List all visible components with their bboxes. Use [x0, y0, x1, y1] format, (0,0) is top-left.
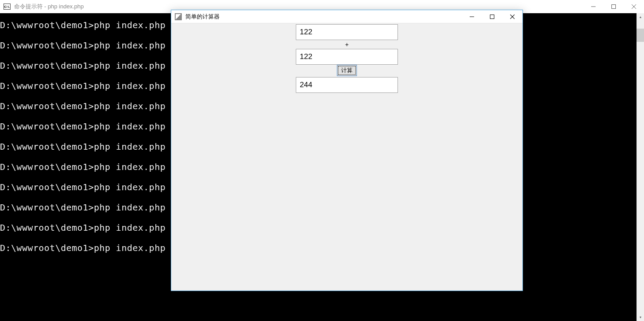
calculator-window: 简单的计算器 + 计算 — [171, 10, 523, 291]
calc-app-icon — [175, 13, 182, 20]
calc-body: + 计算 — [171, 23, 523, 93]
maximize-icon — [611, 4, 616, 9]
svg-rect-1 — [612, 5, 616, 9]
operand-1-input[interactable] — [296, 24, 398, 40]
cmd-window-controls — [583, 0, 644, 13]
cmd-minimize-button[interactable] — [583, 0, 604, 13]
calc-close-button[interactable] — [502, 10, 523, 23]
minimize-icon — [470, 15, 474, 19]
minimize-icon — [591, 4, 596, 9]
scrollbar-thumb[interactable] — [637, 29, 644, 42]
calc-maximize-button[interactable] — [482, 10, 502, 23]
scrollbar-up-button[interactable]: ▴ — [637, 13, 644, 21]
svg-rect-5 — [490, 15, 494, 18]
close-icon — [632, 4, 636, 9]
cmd-app-icon: C:\. — [4, 4, 11, 10]
close-icon — [510, 15, 515, 19]
scrollbar-track[interactable] — [637, 21, 644, 314]
chevron-down-icon: ▾ — [640, 315, 641, 319]
operand-2-input[interactable] — [296, 49, 398, 65]
chevron-up-icon: ▴ — [640, 15, 641, 19]
calc-titlebar[interactable]: 简单的计算器 — [171, 10, 523, 23]
scrollbar-down-button[interactable]: ▾ — [637, 314, 644, 321]
cmd-close-button[interactable] — [624, 0, 644, 13]
result-input[interactable] — [296, 77, 398, 93]
calc-window-controls — [462, 10, 523, 23]
cmd-scrollbar[interactable]: ▴ ▾ — [637, 13, 644, 321]
calc-title: 简单的计算器 — [185, 13, 462, 21]
cmd-maximize-button[interactable] — [604, 0, 624, 13]
maximize-icon — [490, 15, 494, 19]
calculate-button[interactable]: 计算 — [337, 65, 357, 76]
operator-label: + — [345, 41, 349, 48]
calc-minimize-button[interactable] — [462, 10, 482, 23]
